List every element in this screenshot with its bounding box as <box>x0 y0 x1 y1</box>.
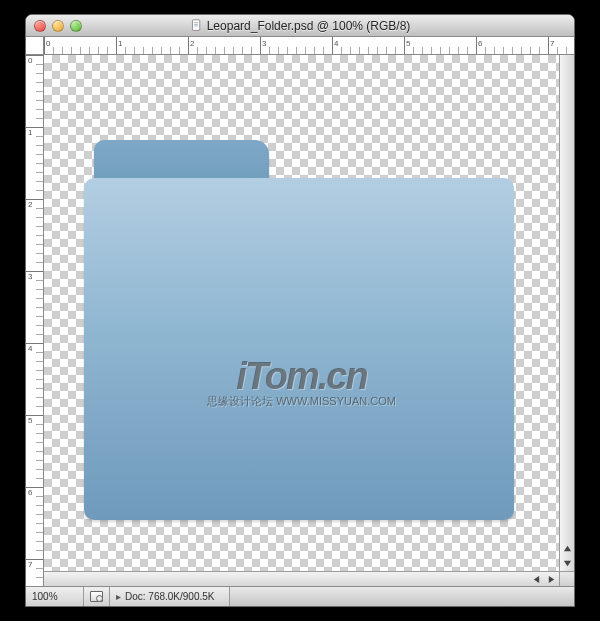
folder-body-shape <box>84 178 514 520</box>
preview-icon <box>90 591 103 602</box>
status-bar: 100% ▸ Doc: 768.0K/900.5K <box>26 586 574 606</box>
scroll-down-button[interactable] <box>560 556 574 571</box>
scroll-left-button[interactable] <box>529 572 544 586</box>
window-title-text: Leopard_Folder.psd @ 100% (RGB/8) <box>207 19 411 33</box>
preview-toggle[interactable] <box>84 587 110 606</box>
scrollbar-vertical[interactable] <box>559 55 574 571</box>
photoshop-window: Leopard_Folder.psd @ 100% (RGB/8) 012345… <box>25 14 575 607</box>
window-controls <box>26 20 82 32</box>
doc-size-text: Doc: 768.0K/900.5K <box>125 591 215 602</box>
scrollbar-horizontal[interactable] <box>44 571 559 586</box>
window-title: Leopard_Folder.psd @ 100% (RGB/8) <box>26 19 574 33</box>
canvas[interactable]: iTom.cn 思缘设计论坛 WWW.MISSYUAN.COM <box>44 55 559 571</box>
ruler-vertical[interactable]: 01234567 <box>26 55 44 586</box>
svg-rect-1 <box>194 22 198 23</box>
scroll-up-button[interactable] <box>560 541 574 556</box>
zoom-value: 100% <box>32 591 58 602</box>
document-icon <box>190 19 203 32</box>
svg-rect-3 <box>194 26 198 27</box>
folder-artwork <box>84 140 514 520</box>
svg-rect-2 <box>194 24 198 25</box>
svg-rect-0 <box>192 20 199 31</box>
canvas-area: iTom.cn 思缘设计论坛 WWW.MISSYUAN.COM <box>44 55 574 586</box>
scroll-right-button[interactable] <box>544 572 559 586</box>
ruler-horizontal[interactable]: 01234567 <box>44 37 574 55</box>
minimize-button[interactable] <box>52 20 64 32</box>
doc-info[interactable]: ▸ Doc: 768.0K/900.5K <box>110 587 230 606</box>
ruler-origin[interactable] <box>26 37 44 55</box>
close-button[interactable] <box>34 20 46 32</box>
resize-handle[interactable] <box>559 571 574 586</box>
titlebar[interactable]: Leopard_Folder.psd @ 100% (RGB/8) <box>26 15 574 37</box>
zoom-field[interactable]: 100% <box>26 587 84 606</box>
status-filler <box>230 587 574 606</box>
chevron-right-icon: ▸ <box>116 591 121 602</box>
zoom-button[interactable] <box>70 20 82 32</box>
